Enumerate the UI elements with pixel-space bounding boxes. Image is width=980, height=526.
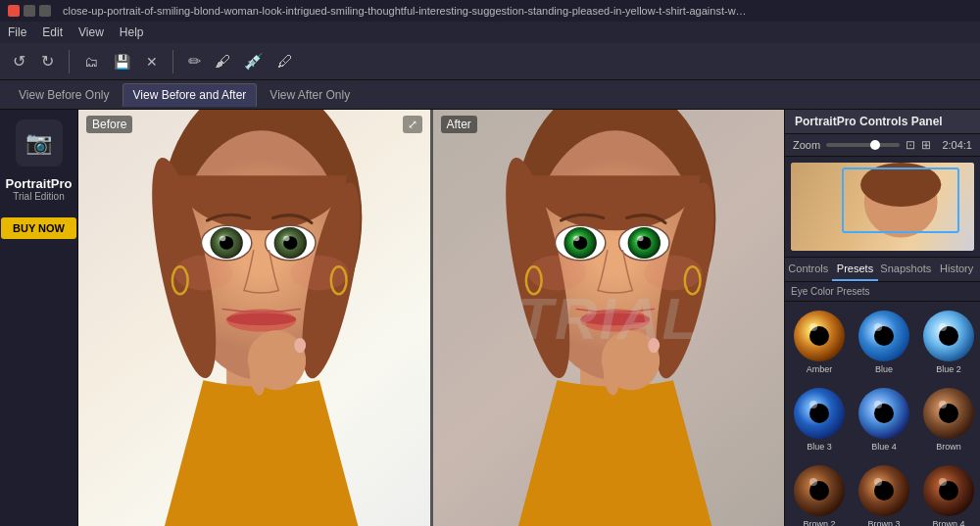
open-button[interactable]: 🗂 [79,52,103,72]
preset-blue3[interactable]: Blue 3 [789,383,850,456]
minimize-button[interactable] [24,5,35,17]
menu-help[interactable]: Help [120,25,144,39]
right-panel: PortraitPro Controls Panel Zoom ⊡ ⊞ 2:04… [784,110,980,526]
preset-brown2[interactable]: Brown 2 [789,460,850,526]
presets-section-header: Eye Color Presets [785,282,980,302]
preset-blue4[interactable]: Blue 4 [854,383,914,456]
tab-snapshots[interactable]: Snapshots [878,258,933,281]
buy-now-button[interactable]: BUY NOW [1,217,76,239]
brand: PortraitPro Trial Edition [6,176,73,202]
title-bar: close-up-portrait-of-smiling-blond-woman… [0,0,980,22]
preset-label-blue3: Blue 3 [807,442,832,452]
zoom-fit-button[interactable]: ⊡ [906,138,915,152]
preset-brown4[interactable]: Brown 4 [918,460,979,526]
after-image [433,110,785,526]
preset-brown3[interactable]: Brown 3 [854,460,914,526]
left-sidebar: 📷 PortraitPro Trial Edition BUY NOW [0,110,78,526]
tab-view-before-after[interactable]: View Before and After [122,83,258,107]
menu-file[interactable]: File [8,25,26,39]
before-expand-button[interactable]: ⤢ [403,116,422,133]
menu-edit[interactable]: Edit [42,25,63,39]
zoom-actual-button[interactable]: ⊞ [921,138,931,152]
zoom-label: Zoom [793,139,820,151]
preset-label-blue2: Blue 2 [936,364,961,374]
thumbnail-area [785,157,980,258]
preset-label-brown: Brown [936,442,961,452]
preset-amber[interactable]: Amber [789,306,850,379]
eyedropper-tool[interactable]: 💉 [239,50,269,72]
image-area: Before ⤢ After TRIAL [78,110,784,526]
undo-button[interactable]: ↺ [8,50,30,72]
tab-presets[interactable]: Presets [832,258,879,281]
zoom-slider[interactable] [826,143,900,147]
view-tabs: View Before Only View Before and After V… [0,80,980,110]
toolbar-separator-1 [69,50,70,73]
preset-label-brown3: Brown 3 [867,519,900,526]
zoom-bar: Zoom ⊡ ⊞ 2:04:1 [785,134,980,157]
maximize-button[interactable] [39,5,51,17]
tab-controls[interactable]: Controls [785,258,832,281]
tab-view-after-only[interactable]: View After Only [259,83,361,107]
toolbar-separator-2 [172,50,173,73]
redo-button[interactable]: ↻ [36,50,59,72]
camera-icon: 📷 [16,120,63,167]
tool-group: ✏ 🖌 💉 🖊 [183,50,298,72]
window-controls [8,5,51,17]
zoom-value: 2:04:1 [937,139,972,151]
preset-blue2[interactable]: Blue 2 [918,306,979,379]
close-image-button[interactable]: ✕ [141,52,163,72]
preset-label-blue: Blue [875,364,893,374]
window-title: close-up-portrait-of-smiling-blond-woman… [63,5,749,17]
tab-history[interactable]: History [933,258,980,281]
pen-tool[interactable]: 🖊 [272,51,298,72]
preset-brown[interactable]: Brown [918,383,979,456]
after-label: After [441,116,477,133]
before-label: Before [86,116,132,133]
toolbar: ↺ ↻ 🗂 💾 ✕ ✏ 🖌 💉 🖊 [0,43,980,80]
thumbnail-overlay [842,167,959,233]
pencil-tool[interactable]: ✏ [183,50,206,72]
menu-bar: File Edit View Help [0,22,980,43]
right-panel-title: PortraitPro Controls Panel [785,110,980,134]
after-panel: After TRIAL [433,110,785,526]
presets-grid: AmberBlueBlue 2Blue 3Blue 4BrownBrown 2B… [785,302,980,526]
brand-name: PortraitPro [6,176,73,191]
preset-label-blue4: Blue 4 [871,442,897,452]
preset-blue[interactable]: Blue [854,306,914,379]
before-image [78,110,430,526]
before-panel: Before ⤢ [78,110,430,526]
brush-tool[interactable]: 🖌 [210,51,235,72]
preset-label-brown2: Brown 2 [803,519,835,526]
preset-label-amber: Amber [807,364,833,374]
main-content: 📷 PortraitPro Trial Edition BUY NOW Befo… [0,110,980,526]
tab-view-before-only[interactable]: View Before Only [8,83,121,107]
zoom-thumb [870,140,880,150]
edition-label: Trial Edition [6,191,73,202]
panel-tabs: Controls Presets Snapshots History [785,258,980,282]
save-button[interactable]: 💾 [109,52,135,72]
close-button[interactable] [8,5,20,17]
preset-label-brown4: Brown 4 [932,519,964,526]
thumbnail-image[interactable] [791,163,974,251]
menu-view[interactable]: View [78,25,104,39]
